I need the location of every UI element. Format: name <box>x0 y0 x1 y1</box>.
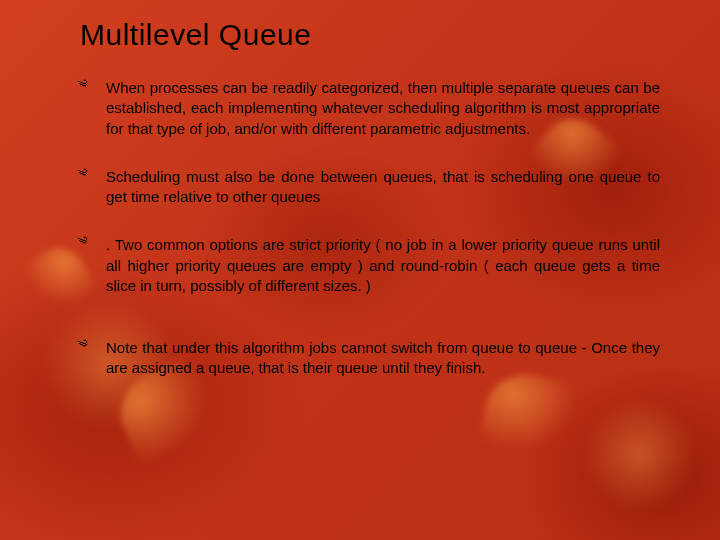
slide-title: Multilevel Queue <box>80 18 660 52</box>
bullet-list: ༄ When processes can be readily categori… <box>80 78 660 379</box>
bullet-icon: ༄ <box>78 165 87 183</box>
list-item: ༄ When processes can be readily categori… <box>80 78 660 139</box>
bullet-icon: ༄ <box>78 336 87 354</box>
bullet-icon: ༄ <box>78 76 87 94</box>
bullet-text: . Two common options are strict priority… <box>106 236 660 294</box>
bullet-text: When processes can be readily categorize… <box>106 79 660 137</box>
list-item: ༄ Note that under this algorithm jobs ca… <box>80 338 660 379</box>
bullet-text: Note that under this algorithm jobs cann… <box>106 339 660 376</box>
bullet-icon: ༄ <box>78 233 87 251</box>
list-item: ༄ . Two common options are strict priori… <box>80 235 660 296</box>
list-item: ༄ Scheduling must also be done between q… <box>80 167 660 208</box>
bullet-text: Scheduling must also be done between que… <box>106 168 660 205</box>
slide: Multilevel Queue ༄ When processes can be… <box>0 0 720 540</box>
